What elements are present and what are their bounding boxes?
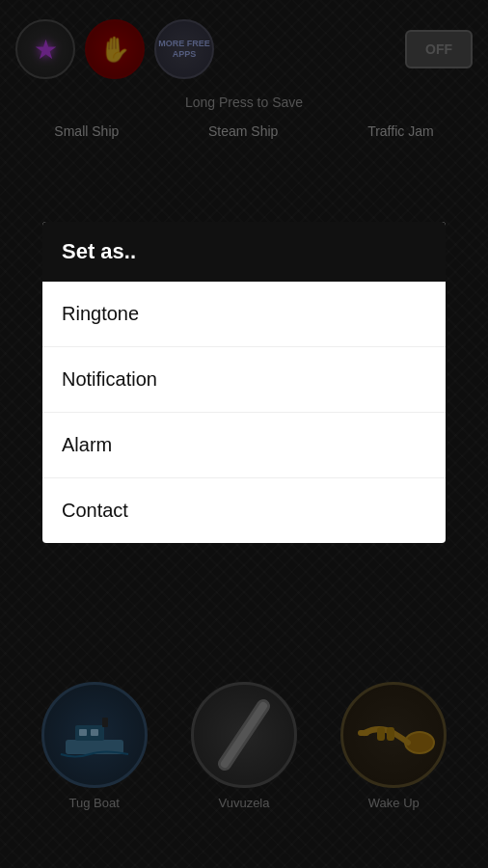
- dialog-item-ringtone[interactable]: Ringtone: [42, 282, 446, 347]
- dialog-title: Set as..: [42, 222, 446, 282]
- dialog-item-contact[interactable]: Contact: [42, 478, 446, 543]
- set-as-dialog: Set as.. Ringtone Notification Alarm Con…: [42, 222, 446, 543]
- dialog-item-alarm[interactable]: Alarm: [42, 413, 446, 478]
- dialog-item-notification[interactable]: Notification: [42, 347, 446, 413]
